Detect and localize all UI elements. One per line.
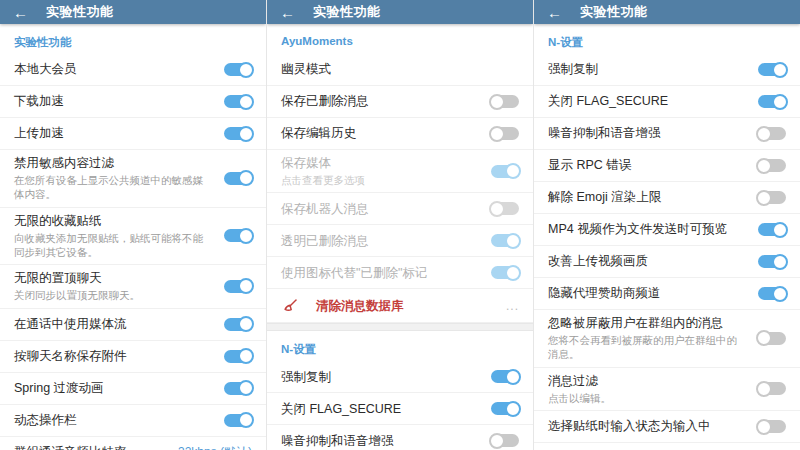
setting-text: 禁用截屏检测 — [548, 445, 750, 450]
setting-label: 显示 RPC 错误 — [548, 157, 742, 173]
setting-row[interactable]: 忽略被屏蔽用户在群组内的消息您将不会再看到被屏蔽的用户在群组中的消息。 — [534, 310, 800, 368]
setting-label: 忽略被屏蔽用户在群组内的消息 — [548, 315, 742, 331]
toggle-switch[interactable] — [224, 95, 252, 108]
setting-label: 清除消息数据库 — [316, 298, 498, 314]
toggle-switch[interactable] — [758, 159, 786, 172]
toggle-switch[interactable] — [491, 127, 519, 140]
setting-row[interactable]: 关闭 FLAG_SECURE — [267, 393, 533, 425]
setting-label: 保存媒体 — [281, 155, 475, 171]
toggle-switch[interactable] — [758, 287, 786, 300]
toggle-switch[interactable] — [491, 266, 519, 279]
setting-row[interactable]: 保存已删除消息 — [267, 86, 533, 118]
setting-text: 幽灵模式 — [281, 56, 519, 82]
toggle-switch[interactable] — [758, 127, 786, 140]
toggle-switch[interactable] — [491, 402, 519, 415]
setting-row[interactable]: 清除消息数据库... — [267, 289, 533, 323]
toggle-switch[interactable] — [491, 234, 519, 247]
setting-row[interactable]: 解除 Emoji 渲染上限 — [534, 182, 800, 214]
toggle-switch[interactable] — [224, 350, 252, 363]
setting-row[interactable]: 保存媒体点击查看更多选项 — [267, 150, 533, 193]
settings-list: AyuMoments幽灵模式保存已删除消息保存编辑历史保存媒体点击查看更多选项保… — [267, 24, 533, 450]
toggle-switch[interactable] — [758, 191, 786, 204]
toggle-switch[interactable] — [491, 165, 519, 178]
setting-text: 保存已删除消息 — [281, 88, 483, 114]
app-bar: ← 实验性功能 — [0, 0, 266, 24]
toggle-switch[interactable] — [491, 370, 519, 383]
setting-row[interactable]: 在通话中使用媒体流 — [0, 309, 266, 341]
back-icon[interactable]: ← — [280, 5, 313, 20]
toggle-switch[interactable] — [758, 332, 786, 345]
setting-subtitle: 点击查看更多选项 — [281, 173, 475, 187]
setting-row[interactable]: 禁用截屏检测 — [534, 443, 800, 450]
toggle-switch[interactable] — [491, 434, 519, 447]
toggle-switch[interactable] — [758, 95, 786, 108]
toggle-switch[interactable] — [224, 229, 252, 242]
setting-text: 解除 Emoji 渲染上限 — [548, 184, 750, 210]
app-bar: ← 实验性功能 — [534, 0, 800, 24]
toggle-switch[interactable] — [491, 202, 519, 215]
setting-label: 关闭 FLAG_SECURE — [281, 401, 475, 417]
setting-label: Spring 过渡动画 — [14, 380, 208, 396]
setting-row[interactable]: 下载加速 — [0, 86, 266, 118]
toggle-switch[interactable] — [224, 280, 252, 293]
setting-row[interactable]: 保存编辑历史 — [267, 118, 533, 150]
setting-row[interactable]: 强制复制 — [534, 54, 800, 86]
setting-label: 改善上传视频画质 — [548, 253, 742, 269]
setting-label: 保存机器人消息 — [281, 201, 475, 217]
setting-row[interactable]: 无限的置顶聊天关闭同步以置顶无限聊天。 — [0, 265, 266, 308]
setting-text: 保存机器人消息 — [281, 196, 483, 222]
setting-text: 显示 RPC 错误 — [548, 152, 750, 178]
toggle-switch[interactable] — [224, 318, 252, 331]
setting-row[interactable]: 保存机器人消息 — [267, 193, 533, 225]
setting-row[interactable]: 无限的收藏贴纸向收藏夹添加无限贴纸，贴纸可能将不能同步到其它设备。 — [0, 208, 266, 266]
back-icon[interactable]: ← — [547, 5, 580, 20]
setting-row[interactable]: 上传加速 — [0, 118, 266, 150]
setting-row[interactable]: 隐藏代理赞助商频道 — [534, 278, 800, 310]
setting-row[interactable]: 按聊天名称保存附件 — [0, 341, 266, 373]
setting-text: 改善上传视频画质 — [548, 248, 750, 274]
setting-row[interactable]: 关闭 FLAG_SECURE — [534, 86, 800, 118]
setting-row[interactable]: Spring 过渡动画 — [0, 373, 266, 405]
setting-row[interactable]: 本地大会员 — [0, 54, 266, 86]
setting-row[interactable]: 改善上传视频画质 — [534, 246, 800, 278]
setting-label: 强制复制 — [281, 369, 475, 385]
toggle-switch[interactable] — [224, 127, 252, 140]
setting-row[interactable]: 幽灵模式 — [267, 54, 533, 86]
back-icon[interactable]: ← — [13, 5, 46, 20]
setting-text: 无限的置顶聊天关闭同步以置顶无限聊天。 — [14, 265, 216, 307]
toggle-switch[interactable] — [758, 382, 786, 395]
setting-row[interactable]: 选择贴纸时输入状态为输入中 — [534, 411, 800, 443]
setting-text: 忽略被屏蔽用户在群组内的消息您将不会再看到被屏蔽的用户在群组中的消息。 — [548, 310, 750, 367]
setting-text: 关闭 FLAG_SECURE — [281, 396, 483, 422]
more-indicator: ... — [506, 299, 519, 313]
setting-row[interactable]: 消息过滤点击以编辑。 — [534, 368, 800, 411]
setting-row[interactable]: 噪音抑制和语音增强 — [267, 425, 533, 450]
toggle-switch[interactable] — [224, 172, 252, 185]
setting-row[interactable]: 显示 RPC 错误 — [534, 150, 800, 182]
toggle-switch[interactable] — [224, 382, 252, 395]
page-title: 实验性功能 — [313, 3, 381, 21]
toggle-switch[interactable] — [224, 414, 252, 427]
toggle-switch[interactable] — [491, 95, 519, 108]
toggle-switch[interactable] — [758, 63, 786, 76]
setting-row[interactable]: 使用图标代替"已删除"标记 — [267, 257, 533, 289]
setting-row[interactable]: MP4 视频作为文件发送时可预览 — [534, 214, 800, 246]
setting-row[interactable]: 禁用敏感内容过滤在您所有设备上显示公共频道中的敏感媒体内容。 — [0, 150, 266, 208]
setting-row[interactable]: 噪音抑制和语音增强 — [534, 118, 800, 150]
clear-database-broom-icon — [281, 297, 299, 315]
setting-label: 保存编辑历史 — [281, 125, 475, 141]
setting-label: 无限的收藏贴纸 — [14, 213, 208, 229]
setting-label: 保存已删除消息 — [281, 93, 475, 109]
toggle-switch[interactable] — [758, 420, 786, 433]
setting-label: 在通话中使用媒体流 — [14, 316, 208, 332]
setting-label: 使用图标代替"已删除"标记 — [281, 265, 475, 281]
setting-row[interactable]: 透明已删除消息 — [267, 225, 533, 257]
setting-text: 强制复制 — [548, 56, 750, 82]
setting-row[interactable]: 动态操作栏 — [0, 405, 266, 437]
setting-row[interactable]: 强制复制 — [267, 361, 533, 393]
setting-row[interactable]: 群组通话音频比特率32kbps (默认) — [0, 437, 266, 450]
toggle-switch[interactable] — [224, 63, 252, 76]
setting-text: 隐藏代理赞助商频道 — [548, 280, 750, 306]
toggle-switch[interactable] — [758, 255, 786, 268]
toggle-switch[interactable] — [758, 223, 786, 236]
